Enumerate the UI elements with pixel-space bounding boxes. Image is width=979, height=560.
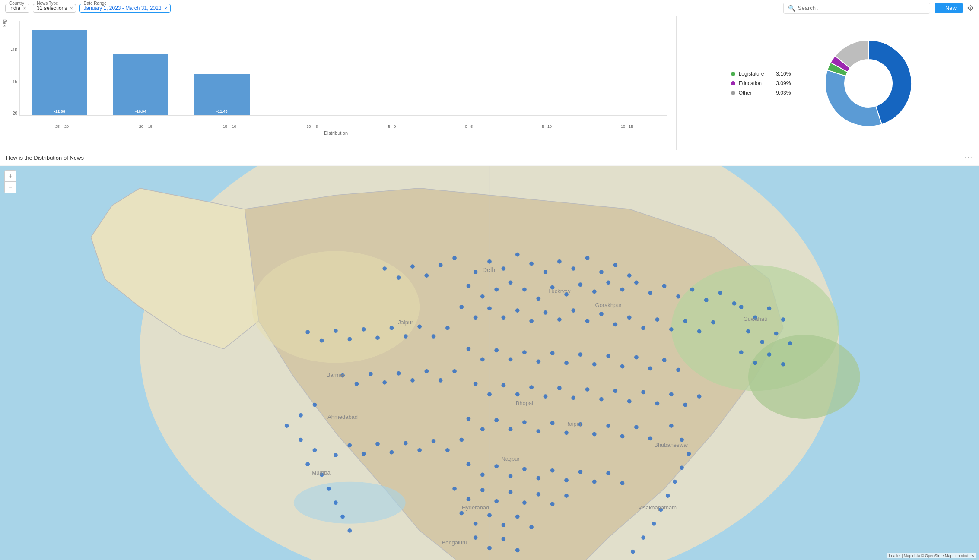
zoom-out-button[interactable]: − xyxy=(5,182,16,193)
newstype-chip-close[interactable]: × xyxy=(70,5,73,11)
map-container[interactable]: + − xyxy=(0,166,979,560)
svg-text:Nagpur: Nagpur xyxy=(501,456,520,462)
svg-text:Mumbai: Mumbai xyxy=(312,469,332,476)
svg-point-46 xyxy=(732,301,737,306)
svg-point-111 xyxy=(599,397,604,402)
svg-text:Raipur: Raipur xyxy=(565,421,582,427)
svg-point-96 xyxy=(410,378,415,383)
svg-point-42 xyxy=(676,294,680,299)
bar-2: -11.46 xyxy=(194,74,250,115)
svg-point-189 xyxy=(299,438,303,442)
svg-point-68 xyxy=(417,324,422,329)
svg-point-92 xyxy=(676,368,680,372)
daterange-chip-close[interactable]: × xyxy=(164,5,168,11)
map-more-icon[interactable]: ··· xyxy=(965,154,973,161)
svg-point-142 xyxy=(334,453,338,457)
svg-point-167 xyxy=(502,523,506,527)
svg-point-159 xyxy=(509,490,513,494)
search-input[interactable] xyxy=(798,5,925,11)
svg-point-90 xyxy=(648,367,652,371)
svg-point-163 xyxy=(564,494,569,498)
svg-point-181 xyxy=(788,341,792,345)
svg-point-169 xyxy=(529,525,534,529)
newstype-filter-chip[interactable]: News Type 31 selections × xyxy=(33,4,76,13)
settings-icon[interactable]: ⚙ xyxy=(967,3,974,13)
svg-point-134 xyxy=(445,448,450,452)
svg-point-66 xyxy=(445,326,450,330)
svg-point-145 xyxy=(494,464,499,468)
svg-point-32 xyxy=(536,297,540,301)
new-button[interactable]: + New xyxy=(934,3,963,13)
main-content: Neg -10 -15 -20 -22.08-16.94-11.46 -25 -… xyxy=(0,16,979,560)
svg-point-55 xyxy=(571,308,575,313)
svg-point-126 xyxy=(564,431,569,435)
svg-point-183 xyxy=(753,361,757,365)
svg-point-115 xyxy=(655,402,660,406)
histogram-area: Neg -10 -15 -20 -22.08-16.94-11.46 -25 -… xyxy=(4,21,668,129)
svg-text:Delhi: Delhi xyxy=(482,266,496,273)
svg-point-20 xyxy=(613,263,617,267)
svg-point-113 xyxy=(627,399,632,404)
search-box[interactable]: 🔍 xyxy=(783,3,930,14)
x-label-4: -5 - 0 xyxy=(387,124,396,129)
zoom-in-button[interactable]: + xyxy=(5,171,16,182)
top-bar-right: 🔍 + New ⚙ xyxy=(783,3,974,14)
svg-point-132 xyxy=(648,436,652,440)
search-icon: 🔍 xyxy=(788,5,795,12)
x-label-2: -15 - -10 xyxy=(222,124,236,129)
daterange-filter-chip[interactable]: Date Range January 1, 2023 - March 31, 2… xyxy=(79,4,170,13)
bar-group-1: -16.94 xyxy=(101,21,181,115)
svg-point-139 xyxy=(375,442,380,446)
svg-point-18 xyxy=(585,256,590,260)
svg-point-121 xyxy=(494,418,499,422)
svg-text:Visakhapatnam: Visakhapatnam xyxy=(638,504,677,511)
svg-point-114 xyxy=(641,390,645,395)
svg-point-129 xyxy=(606,424,610,428)
svg-point-99 xyxy=(369,372,373,376)
x-label-1: -20 - -15 xyxy=(138,124,153,129)
svg-point-70 xyxy=(390,326,394,330)
legend-item-2: Other 9.03% xyxy=(731,90,791,96)
bar-group-2: -11.46 xyxy=(182,21,262,115)
svg-point-151 xyxy=(578,470,583,474)
newstype-chip-value: 31 selections xyxy=(37,5,67,11)
svg-point-78 xyxy=(480,358,485,362)
daterange-chip-label: Date Range xyxy=(83,1,107,6)
map-zoom-controls: + − xyxy=(4,170,16,193)
svg-point-88 xyxy=(620,364,625,369)
svg-point-13 xyxy=(515,253,520,257)
svg-point-47 xyxy=(459,305,464,309)
y-axis-labels: -10 -15 -20 xyxy=(4,21,17,116)
svg-point-65 xyxy=(711,320,715,325)
svg-point-136 xyxy=(417,448,422,452)
svg-point-109 xyxy=(571,396,575,400)
svg-point-193 xyxy=(327,487,331,491)
donut-segment-1[interactable] xyxy=(825,70,882,127)
svg-point-69 xyxy=(404,334,408,339)
country-chip-close[interactable]: × xyxy=(23,5,26,11)
legend-label-0: Legislature xyxy=(739,71,764,77)
svg-point-21 xyxy=(627,273,632,278)
svg-point-153 xyxy=(606,471,610,475)
bar-group-7 xyxy=(588,21,668,115)
svg-point-37 xyxy=(606,281,610,285)
svg-point-188 xyxy=(285,424,289,428)
svg-point-25 xyxy=(397,275,401,280)
svg-point-162 xyxy=(550,502,555,506)
svg-point-17 xyxy=(571,266,575,271)
svg-point-148 xyxy=(536,476,540,481)
country-filter-chip[interactable]: Country India × xyxy=(5,4,29,13)
svg-point-23 xyxy=(424,273,429,278)
svg-point-74 xyxy=(334,329,338,333)
svg-point-31 xyxy=(522,288,527,292)
svg-point-123 xyxy=(522,420,527,424)
svg-point-131 xyxy=(634,425,639,430)
svg-point-107 xyxy=(544,394,548,399)
svg-point-144 xyxy=(480,473,485,477)
svg-point-24 xyxy=(410,264,415,269)
svg-point-125 xyxy=(550,421,555,425)
svg-point-186 xyxy=(313,403,317,407)
svg-point-200 xyxy=(680,465,684,470)
svg-point-116 xyxy=(669,392,674,396)
svg-point-51 xyxy=(515,308,520,313)
